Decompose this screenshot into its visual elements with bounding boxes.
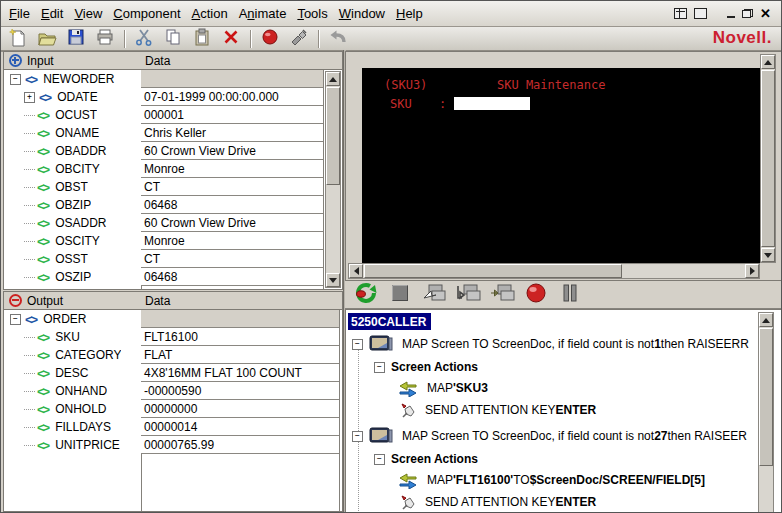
expand-all-icon[interactable] xyxy=(9,54,22,67)
action-row[interactable]: −Screen Actions xyxy=(346,449,763,469)
leaf-node-icon: <> xyxy=(37,126,48,141)
tree-row-sku[interactable]: <>SKUFLT16100 xyxy=(4,328,342,346)
element-node-icon: <> xyxy=(39,90,50,105)
terminal-horizontal-scrollbar[interactable] xyxy=(348,263,760,279)
step-to-breakpoint-button[interactable] xyxy=(487,283,517,307)
pause-button[interactable] xyxy=(555,283,585,307)
action-row[interactable]: −MAP Screen TO ScreenDoc, if field count… xyxy=(346,334,763,354)
tree-row-desc[interactable]: <>DESC4X8'16MM FLAT 100 COUNT xyxy=(4,364,342,382)
tree-row-obcity[interactable]: <>OBCITYMonroe xyxy=(4,160,342,178)
expander-minus-icon[interactable]: − xyxy=(352,339,363,350)
data-cell-oscity[interactable]: Monroe xyxy=(141,232,323,250)
terminal-vertical-scrollbar[interactable] xyxy=(760,54,776,263)
tree-row-obzip[interactable]: <>OBZIP06468 xyxy=(4,196,342,214)
tree-row-order[interactable]: −<>ORDER xyxy=(4,310,342,328)
action-row[interactable]: MAP 'SKU3 xyxy=(346,378,763,398)
data-cell-desc[interactable]: 4X8'16MM FLAT 100 COUNT xyxy=(141,364,339,382)
menu-help[interactable]: Help xyxy=(396,6,423,21)
tree-row-unitprice[interactable]: <>UNITPRICE00000765.99 xyxy=(4,436,342,454)
restore-button[interactable] xyxy=(742,9,753,18)
record-button[interactable] xyxy=(258,29,282,49)
minimize-button[interactable] xyxy=(727,16,735,18)
undo-button[interactable] xyxy=(326,29,350,49)
data-cell-oname[interactable]: Chris Keller xyxy=(141,124,323,142)
menu-file[interactable]: File xyxy=(9,6,30,21)
data-cell-oszip[interactable]: 06468 xyxy=(141,268,323,286)
action-row[interactable]: MAP 'FLT16100' TO $ScreenDoc/SCREEN/FIEL… xyxy=(346,470,763,490)
data-cell-category[interactable]: FLAT xyxy=(141,346,339,364)
menu-view[interactable]: View xyxy=(74,6,102,21)
step-into-button[interactable] xyxy=(419,283,449,307)
tree-connector xyxy=(24,391,35,392)
input-scrollbar[interactable] xyxy=(325,71,341,288)
tree-row-oscity[interactable]: <>OSCITYMonroe xyxy=(4,232,342,250)
data-cell-osst[interactable]: CT xyxy=(141,250,323,268)
data-cell-filldays[interactable]: 00000014 xyxy=(141,418,339,436)
menu-edit[interactable]: Edit xyxy=(41,6,63,21)
close-button[interactable]: ✕ xyxy=(760,8,771,19)
tile-windows-button[interactable] xyxy=(674,8,687,19)
expander-plus-icon[interactable]: + xyxy=(24,92,35,103)
data-cell-onhand[interactable]: -00000590 xyxy=(141,382,339,400)
data-cell-obst[interactable]: CT xyxy=(141,178,323,196)
tree-row-category[interactable]: <>CATEGORYFLAT xyxy=(4,346,342,364)
action-row[interactable]: SEND ATTENTION KEY ENTER xyxy=(346,400,763,420)
node-label: CATEGORY xyxy=(55,348,121,362)
tree-row-filldays[interactable]: <>FILLDAYS00000014 xyxy=(4,418,342,436)
tree-row-oszip[interactable]: <>OSZIP06468 xyxy=(4,268,342,286)
data-cell-ocust[interactable]: 000001 xyxy=(141,106,323,124)
tree-row-obaddr[interactable]: <>OBADDR60 Crown View Drive xyxy=(4,142,342,160)
menu-tools[interactable]: Tools xyxy=(297,6,327,21)
execute-button[interactable] xyxy=(287,29,311,49)
new-document-button[interactable] xyxy=(6,29,30,49)
stop-button[interactable] xyxy=(385,283,415,307)
menu-action[interactable]: Action xyxy=(192,6,228,21)
delete-button[interactable] xyxy=(219,29,243,49)
data-cell-sku[interactable]: FLT16100 xyxy=(141,328,339,346)
node-label: ONHOLD xyxy=(55,402,106,416)
print-button[interactable] xyxy=(93,29,117,49)
data-cell-obcity[interactable]: Monroe xyxy=(141,160,323,178)
tree-row-osst[interactable]: <>OSSTCT xyxy=(4,250,342,268)
data-cell-obzip[interactable]: 06468 xyxy=(141,196,323,214)
data-cell-order[interactable] xyxy=(141,310,339,328)
tree-row-onhand[interactable]: <>ONHAND-00000590 xyxy=(4,382,342,400)
action-row[interactable]: −MAP Screen TO ScreenDoc, if field count… xyxy=(346,426,763,446)
breakpoint-button[interactable] xyxy=(521,283,551,307)
menu-component[interactable]: Component xyxy=(113,6,180,21)
data-cell-odate[interactable]: 07-01-1999 00:00:00.000 xyxy=(141,88,323,106)
collapse-all-icon[interactable] xyxy=(9,294,22,307)
data-cell-unitprice[interactable]: 00000765.99 xyxy=(141,436,339,454)
open-folder-button[interactable] xyxy=(35,29,59,49)
expander-minus-icon[interactable]: − xyxy=(374,454,385,465)
frame-window-button[interactable] xyxy=(694,8,707,19)
expander-minus-icon[interactable]: − xyxy=(10,314,21,325)
action-row[interactable]: −Screen Actions xyxy=(346,357,763,377)
tree-row-onhold[interactable]: <>ONHOLD00000000 xyxy=(4,400,342,418)
animate-start-button[interactable] xyxy=(351,283,381,307)
tree-row-obst[interactable]: <>OBSTCT xyxy=(4,178,342,196)
data-cell-onhold[interactable]: 00000000 xyxy=(141,400,339,418)
data-cell-osaddr[interactable]: 60 Crown View Drive xyxy=(141,214,323,232)
tree-row-neworder[interactable]: −<>NEWORDER xyxy=(4,70,342,88)
tree-row-odate[interactable]: +<>ODATE07-01-1999 00:00:00.000 xyxy=(4,88,342,106)
sku-input-field[interactable] xyxy=(454,97,530,110)
paste-button[interactable] xyxy=(190,29,214,49)
expander-minus-icon[interactable]: − xyxy=(10,74,21,85)
tree-row-osaddr[interactable]: <>OSADDR60 Crown View Drive xyxy=(4,214,342,232)
action-vertical-scrollbar[interactable] xyxy=(758,312,774,513)
data-cell-neworder[interactable] xyxy=(141,70,323,88)
tree-row-ocust[interactable]: <>OCUST000001 xyxy=(4,106,342,124)
leaf-node-icon: <> xyxy=(37,234,48,249)
copy-button[interactable] xyxy=(161,29,185,49)
menu-window[interactable]: Window xyxy=(339,6,385,21)
data-cell-obaddr[interactable]: 60 Crown View Drive xyxy=(141,142,323,160)
step-over-button[interactable] xyxy=(453,283,483,307)
save-button[interactable] xyxy=(64,29,88,49)
cut-button[interactable] xyxy=(132,29,156,49)
tree-row-oname[interactable]: <>ONAMEChris Keller xyxy=(4,124,342,142)
expander-minus-icon[interactable]: − xyxy=(352,431,363,442)
menu-animate[interactable]: Animate xyxy=(239,6,287,21)
action-row[interactable]: SEND ATTENTION KEY ENTER xyxy=(346,492,763,512)
expander-minus-icon[interactable]: − xyxy=(374,362,385,373)
